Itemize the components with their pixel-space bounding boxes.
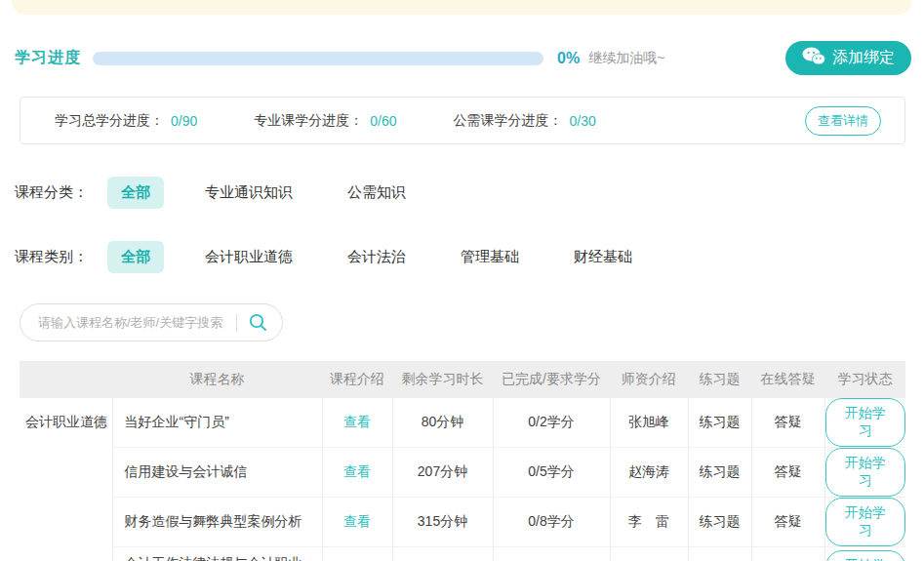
course-name: 会计工作法律法规与会计职业道德 bbox=[112, 547, 322, 561]
header-teacher: 师资介绍 bbox=[610, 361, 688, 398]
course-group-label: 会计职业道德 bbox=[20, 398, 112, 561]
divider bbox=[236, 314, 237, 332]
teacher-name: 赵海涛 bbox=[610, 448, 688, 498]
progress-percent: 0% bbox=[557, 50, 580, 67]
qa-link[interactable]: 答疑 bbox=[751, 448, 824, 498]
public-credit-progress: 公需课学分进度： 0/30 bbox=[454, 112, 596, 130]
start-learning-button[interactable]: 开始学习 bbox=[825, 498, 906, 546]
credit-progress: 0/2学分 bbox=[493, 398, 610, 448]
progress-section: 学习进度 0% 继续加油哦~ 添加绑定 bbox=[15, 41, 911, 75]
course-table: 课程名称 课程介绍 剩余学习时长 已完成/要求学分 师资介绍 练习题 在线答疑 … bbox=[20, 361, 905, 561]
start-learning-button[interactable]: 开始学习 bbox=[825, 550, 906, 561]
filter-options: 全部 会计职业道德 会计法治 管理基础 财经基础 bbox=[107, 241, 673, 273]
search-section bbox=[20, 303, 904, 341]
filter-option-management-basics[interactable]: 管理基础 bbox=[447, 241, 533, 273]
filter-label: 课程类别： bbox=[15, 248, 88, 266]
filter-option-professional-general[interactable]: 专业通识知识 bbox=[191, 177, 306, 209]
filter-option-all[interactable]: 全部 bbox=[107, 177, 164, 209]
start-learning-button[interactable]: 开始学习 bbox=[825, 398, 906, 447]
header-online-qa: 在线答疑 bbox=[751, 361, 824, 398]
credit-label: 学习总学分进度： bbox=[55, 112, 164, 130]
filter-option-public-knowledge[interactable]: 公需知识 bbox=[334, 177, 420, 209]
header-course-name: 课程名称 bbox=[112, 361, 322, 398]
credit-value: 0/60 bbox=[370, 113, 396, 129]
credit-progress: 0/5学分 bbox=[493, 448, 610, 498]
search-icon[interactable] bbox=[248, 312, 268, 333]
view-course-intro-link[interactable]: 查看 bbox=[343, 463, 371, 479]
filter-option-accounting-ethics[interactable]: 会计职业道德 bbox=[191, 241, 306, 273]
view-course-intro-link[interactable]: 查看 bbox=[343, 513, 371, 529]
table-header-row: 课程名称 课程介绍 剩余学习时长 已完成/要求学分 师资介绍 练习题 在线答疑 … bbox=[20, 361, 905, 398]
header-status: 学习状态 bbox=[824, 361, 905, 398]
credit-progress: 0/8学分 bbox=[493, 498, 610, 547]
view-details-button[interactable]: 查看详情 bbox=[805, 106, 881, 136]
course-category-filter: 课程分类： 全部 专业通识知识 公需知识 bbox=[15, 177, 909, 209]
add-binding-label: 添加绑定 bbox=[832, 48, 895, 68]
total-credit-progress: 学习总学分进度： 0/90 bbox=[55, 112, 197, 130]
teacher-name: 陈 辉 bbox=[610, 547, 688, 561]
header-group bbox=[20, 361, 112, 398]
notice-banner bbox=[12, 0, 912, 15]
qa-link[interactable]: 答疑 bbox=[751, 547, 824, 561]
search-box bbox=[20, 303, 283, 341]
filter-option-all[interactable]: 全部 bbox=[107, 241, 164, 273]
remaining-time: 151分钟 bbox=[392, 547, 493, 561]
wechat-icon bbox=[802, 47, 825, 69]
table-row: 会计工作法律法规与会计职业道德 查看 151分钟 0/4学分 陈 辉 练习题 答… bbox=[20, 547, 905, 561]
header-credits: 已完成/要求学分 bbox=[493, 361, 610, 398]
table-row: 财务造假与舞弊典型案例分析 查看 315分钟 0/8学分 李 雷 练习题 答疑 … bbox=[20, 498, 905, 547]
filter-option-accounting-law[interactable]: 会计法治 bbox=[334, 241, 420, 273]
qa-link[interactable]: 答疑 bbox=[751, 398, 824, 448]
qa-link[interactable]: 答疑 bbox=[751, 498, 824, 547]
course-name: 财务造假与舞弊典型案例分析 bbox=[112, 498, 322, 547]
start-learning-button[interactable]: 开始学习 bbox=[825, 448, 906, 497]
header-remaining-time: 剩余学习时长 bbox=[392, 361, 493, 398]
exercise-link[interactable]: 练习题 bbox=[688, 448, 751, 498]
credit-label: 专业课学分进度： bbox=[254, 112, 363, 130]
remaining-time: 80分钟 bbox=[392, 398, 493, 448]
credit-value: 0/90 bbox=[171, 113, 197, 129]
progress-hint: 继续加油哦~ bbox=[588, 50, 664, 67]
table-row: 信用建设与会计诚信 查看 207分钟 0/5学分 赵海涛 练习题 答疑 开始学习 bbox=[20, 448, 905, 498]
credit-value: 0/30 bbox=[570, 113, 596, 129]
search-input[interactable] bbox=[38, 315, 232, 330]
remaining-time: 315分钟 bbox=[392, 498, 493, 547]
exercise-link[interactable]: 练习题 bbox=[688, 498, 751, 547]
course-type-filter: 课程类别： 全部 会计职业道德 会计法治 管理基础 财经基础 bbox=[15, 241, 909, 273]
view-course-intro-link[interactable]: 查看 bbox=[343, 414, 371, 429]
major-credit-progress: 专业课学分进度： 0/60 bbox=[254, 112, 396, 130]
credit-label: 公需课学分进度： bbox=[454, 112, 563, 130]
add-binding-button[interactable]: 添加绑定 bbox=[785, 41, 911, 75]
progress-bar bbox=[93, 52, 543, 65]
header-course-intro: 课程介绍 bbox=[322, 361, 392, 398]
credits-summary: 学习总学分进度： 0/90 专业课学分进度： 0/60 公需课学分进度： 0/3… bbox=[20, 97, 905, 144]
teacher-name: 张旭峰 bbox=[610, 398, 688, 448]
exercise-link[interactable]: 练习题 bbox=[688, 398, 751, 448]
credit-progress: 0/4学分 bbox=[493, 547, 610, 561]
course-name: 信用建设与会计诚信 bbox=[112, 448, 322, 498]
filter-option-finance-basics[interactable]: 财经基础 bbox=[560, 241, 646, 273]
filter-options: 全部 专业通识知识 公需知识 bbox=[107, 177, 447, 209]
remaining-time: 207分钟 bbox=[392, 448, 493, 498]
course-name: 当好企业“守门员” bbox=[112, 398, 322, 448]
header-exercise: 练习题 bbox=[688, 361, 751, 398]
filter-label: 课程分类： bbox=[15, 183, 88, 202]
exercise-link[interactable]: 练习题 bbox=[688, 547, 751, 561]
teacher-name: 李 雷 bbox=[610, 498, 688, 547]
progress-label: 学习进度 bbox=[15, 48, 81, 68]
table-row: 会计职业道德 当好企业“守门员” 查看 80分钟 0/2学分 张旭峰 练习题 答… bbox=[20, 398, 905, 448]
